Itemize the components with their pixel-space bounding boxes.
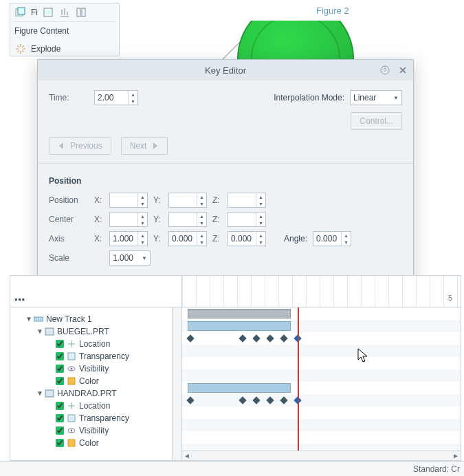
timeline-hscrollbar[interactable]: ◄ ► bbox=[182, 451, 461, 460]
svg-text:?: ? bbox=[383, 67, 386, 74]
keyframe[interactable] bbox=[186, 334, 194, 342]
chevron-down-icon[interactable]: ▼ bbox=[36, 325, 43, 338]
previous-button[interactable]: Previous bbox=[49, 137, 111, 155]
position-z-input[interactable]: ▲▼ bbox=[228, 193, 266, 208]
part-icon bbox=[45, 389, 54, 398]
track-tree[interactable]: ▼ New Track 1 ▼ BUEGEL.PRT Location Tran… bbox=[10, 307, 181, 460]
handrad-location-check[interactable] bbox=[56, 402, 64, 410]
svg-rect-15 bbox=[68, 415, 75, 422]
key-editor-dialog: Key Editor ? Time: ▲▼ Interpolation Mode… bbox=[37, 59, 414, 307]
timeline-panel: ▪▪▪ ▼ New Track 1 ▼ BUEGEL.PRT Location bbox=[10, 275, 461, 461]
playhead[interactable] bbox=[298, 307, 299, 451]
visibility-icon bbox=[67, 426, 76, 435]
position-x-input[interactable]: ▲▼ bbox=[109, 193, 148, 208]
track-tree-panel: ▪▪▪ ▼ New Track 1 ▼ BUEGEL.PRT Location bbox=[10, 276, 182, 460]
handrad-clip[interactable] bbox=[188, 383, 291, 393]
tool-icon-3[interactable] bbox=[75, 6, 87, 19]
track-overview-bar[interactable] bbox=[188, 309, 291, 318]
tree-track-label[interactable]: New Track 1 bbox=[45, 313, 93, 325]
keyframe[interactable] bbox=[239, 334, 246, 342]
handrad-color-check[interactable] bbox=[56, 439, 64, 447]
keyframe[interactable] bbox=[252, 396, 260, 404]
location-icon bbox=[67, 401, 76, 411]
timeline-tracks-panel[interactable]: 5 bbox=[182, 276, 461, 460]
transparency-icon bbox=[67, 351, 76, 361]
tool-icon-2[interactable] bbox=[58, 6, 71, 19]
center-x-input[interactable]: ▲▼ bbox=[109, 212, 148, 227]
dialog-title-text: Key Editor bbox=[205, 65, 246, 76]
keyframe[interactable] bbox=[239, 396, 246, 404]
keyframe[interactable] bbox=[266, 396, 274, 404]
figure-icon[interactable] bbox=[14, 6, 27, 19]
scale-select[interactable]: 1.000▼ bbox=[109, 250, 151, 266]
chevron-down-icon[interactable]: ▼ bbox=[36, 387, 43, 400]
time-input[interactable]: ▲▼ bbox=[94, 90, 138, 105]
help-icon[interactable]: ? bbox=[379, 64, 391, 76]
explode-icon bbox=[14, 43, 27, 55]
scroll-right-icon[interactable]: ► bbox=[451, 451, 461, 461]
statusbar: Standard: Cr bbox=[0, 461, 464, 476]
keyframe[interactable] bbox=[252, 334, 260, 342]
svg-point-17 bbox=[71, 430, 73, 432]
ribbon-figure-content[interactable]: Figure Content bbox=[10, 22, 119, 40]
handrad-visibility-check[interactable] bbox=[56, 426, 64, 435]
keyframe[interactable] bbox=[280, 334, 287, 342]
angle-input[interactable]: ▲▼ bbox=[313, 231, 351, 246]
scale-row-label: Scale bbox=[49, 253, 89, 263]
dialog-titlebar[interactable]: Key Editor ? bbox=[38, 60, 413, 80]
track-icon bbox=[34, 314, 43, 324]
transparency-icon bbox=[67, 413, 76, 423]
svg-rect-5 bbox=[82, 8, 85, 17]
keyframe[interactable] bbox=[280, 396, 287, 404]
interp-select[interactable]: Linear ▼ bbox=[350, 90, 402, 105]
buegel-clip[interactable] bbox=[188, 321, 291, 331]
buegel-color-check[interactable] bbox=[56, 377, 64, 385]
tree-part1-label[interactable]: BUEGEL.PRT bbox=[56, 325, 111, 338]
ribbon-fragment: Fi Figure Content Explode bbox=[10, 3, 120, 56]
time-ruler[interactable]: 5 bbox=[182, 276, 461, 307]
location-icon bbox=[67, 339, 76, 349]
panel-handle-icon[interactable]: ▪▪▪ bbox=[14, 294, 25, 304]
position-y-input[interactable]: ▲▼ bbox=[168, 193, 207, 208]
buegel-transparency-check[interactable] bbox=[56, 352, 64, 360]
close-icon[interactable] bbox=[397, 64, 409, 76]
center-row-label: Center bbox=[49, 215, 89, 224]
tool-icon-1[interactable] bbox=[42, 6, 54, 19]
scroll-left-icon[interactable]: ◄ bbox=[182, 451, 192, 461]
time-label: Time: bbox=[49, 93, 89, 102]
position-section-title: Position bbox=[49, 176, 402, 186]
ribbon-explode[interactable]: Explode bbox=[10, 40, 119, 58]
handrad-transparency-check[interactable] bbox=[56, 414, 64, 422]
axis-row-label: Axis bbox=[49, 234, 89, 244]
center-z-input[interactable]: ▲▼ bbox=[228, 212, 266, 227]
keyframe[interactable] bbox=[266, 334, 274, 342]
control-button[interactable]: Control... bbox=[351, 112, 402, 130]
svg-rect-3 bbox=[46, 10, 50, 14]
svg-rect-14 bbox=[45, 390, 54, 397]
interp-label: Interpolation Mode: bbox=[274, 93, 344, 102]
arrow-left-icon bbox=[58, 142, 66, 149]
svg-rect-18 bbox=[68, 440, 75, 446]
svg-rect-4 bbox=[77, 8, 80, 17]
axis-y-input[interactable]: ▲▼ bbox=[168, 231, 207, 246]
chevron-down-icon[interactable]: ▼ bbox=[25, 313, 32, 325]
axis-x-input[interactable]: ▲▼ bbox=[109, 231, 148, 246]
buegel-location-check[interactable] bbox=[56, 340, 64, 348]
next-button[interactable]: Next bbox=[121, 137, 168, 155]
arrow-right-icon bbox=[151, 142, 159, 149]
axis-z-input[interactable]: ▲▼ bbox=[228, 231, 266, 246]
svg-rect-13 bbox=[68, 378, 75, 385]
svg-point-12 bbox=[71, 368, 73, 370]
chevron-up-icon: ▲ bbox=[129, 91, 137, 98]
visibility-icon bbox=[67, 364, 76, 374]
tracks-area[interactable] bbox=[182, 307, 461, 451]
keyframe[interactable] bbox=[186, 396, 194, 404]
figure-title: Figure 2 bbox=[316, 6, 349, 16]
svg-rect-1 bbox=[18, 8, 25, 14]
svg-rect-8 bbox=[34, 317, 43, 321]
buegel-visibility-check[interactable] bbox=[56, 365, 64, 373]
tree-vscrollbar[interactable] bbox=[172, 307, 181, 460]
tree-part2-label[interactable]: HANDRAD.PRT bbox=[56, 387, 118, 400]
color-icon bbox=[67, 438, 76, 448]
center-y-input[interactable]: ▲▼ bbox=[168, 212, 207, 227]
